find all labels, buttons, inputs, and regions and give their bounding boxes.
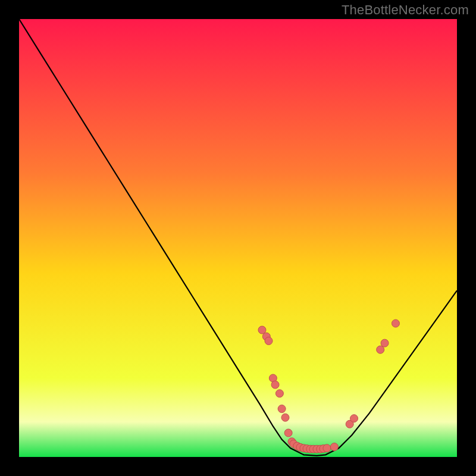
- data-point: [265, 337, 273, 345]
- data-point: [381, 339, 389, 347]
- plot-svg: [19, 19, 457, 457]
- data-point: [323, 444, 331, 452]
- data-point: [284, 429, 292, 437]
- attribution-watermark: TheBottleNecker.com: [342, 2, 469, 18]
- data-point: [258, 326, 266, 334]
- data-point: [392, 320, 399, 327]
- plot-area: [19, 19, 457, 457]
- data-point: [350, 415, 358, 422]
- data-point: [330, 443, 338, 451]
- data-point: [275, 390, 283, 397]
- chart-stage: TheBottleNecker.com: [0, 0, 476, 476]
- data-point: [281, 414, 289, 421]
- data-point: [271, 381, 279, 389]
- data-point: [377, 346, 384, 353]
- data-point: [278, 405, 286, 413]
- gradient-background: [19, 19, 457, 457]
